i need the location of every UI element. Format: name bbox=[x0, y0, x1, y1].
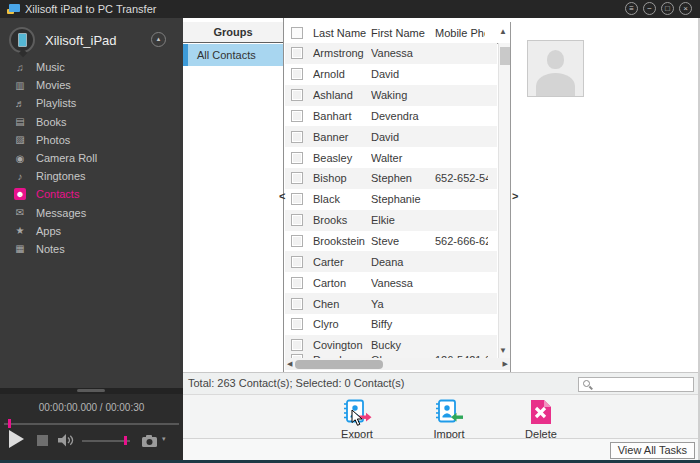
table-row[interactable]: ArnoldDavid bbox=[285, 64, 497, 85]
table-row[interactable]: BishopStephen652-652-546 bbox=[285, 168, 497, 189]
camera-dropdown-icon[interactable]: ▾ bbox=[162, 435, 166, 443]
table-row[interactable]: BanhartDevendra bbox=[285, 106, 497, 127]
row-checkbox[interactable] bbox=[291, 47, 303, 59]
sidebar-item-photos[interactable]: ▨Photos bbox=[0, 131, 183, 149]
row-checkbox[interactable] bbox=[291, 318, 303, 330]
bottom-bar: View All Tasks bbox=[183, 438, 700, 460]
sidebar: Xilisoft_iPad ▲ ♫Music▥Movies♬Playlists▤… bbox=[0, 18, 183, 460]
sidebar-item-playlists[interactable]: ♬Playlists bbox=[0, 94, 183, 112]
column-first-name[interactable]: First Name bbox=[371, 27, 435, 39]
scroll-up-icon[interactable]: ▲ bbox=[499, 27, 507, 37]
row-checkbox[interactable] bbox=[291, 89, 303, 101]
menu-icon[interactable]: ≡ bbox=[625, 2, 638, 15]
row-checkbox[interactable] bbox=[291, 152, 303, 164]
row-checkbox[interactable] bbox=[291, 277, 303, 289]
titlebar: Xilisoft iPad to PC Transfer ≡ − □ × bbox=[0, 0, 700, 18]
row-checkbox[interactable] bbox=[291, 256, 303, 268]
row-checkbox[interactable] bbox=[291, 214, 303, 226]
select-all-checkbox[interactable] bbox=[291, 27, 303, 39]
movies-icon: ▥ bbox=[13, 80, 27, 91]
row-checkbox[interactable] bbox=[291, 110, 303, 122]
group-selection-tab bbox=[183, 44, 188, 66]
sidebar-item-movies[interactable]: ▥Movies bbox=[0, 76, 183, 94]
row-checkbox[interactable] bbox=[291, 131, 303, 143]
search-input[interactable] bbox=[578, 377, 694, 392]
table-row[interactable]: CarterDeana bbox=[285, 251, 497, 272]
table-row[interactable]: ArmstrongVanessa bbox=[285, 43, 497, 64]
volume-icon[interactable] bbox=[58, 434, 75, 447]
row-checkbox[interactable] bbox=[291, 235, 303, 247]
contacts-icon: ☻ bbox=[14, 188, 26, 200]
delete-icon bbox=[528, 399, 554, 425]
close-icon[interactable]: × bbox=[679, 2, 692, 15]
music-icon: ♫ bbox=[13, 62, 27, 73]
scroll-right-icon[interactable]: ▶ bbox=[503, 360, 508, 368]
device-icon bbox=[9, 27, 35, 53]
table-row[interactable]: BeasleyWalter bbox=[285, 147, 497, 168]
sidebar-item-books[interactable]: ▤Books bbox=[0, 113, 183, 131]
maximize-icon[interactable]: □ bbox=[661, 2, 674, 15]
table-body: ArmstrongVanessaArnoldDavidAshlandWaking… bbox=[285, 43, 497, 356]
column-mobile-phone[interactable]: Mobile Phone bbox=[435, 27, 485, 39]
horizontal-scrollbar-thumb[interactable] bbox=[295, 360, 383, 369]
app-window: Xilisoft iPad to PC Transfer ≡ − □ × Xil… bbox=[0, 0, 700, 463]
row-checkbox[interactable] bbox=[291, 339, 303, 351]
table-row[interactable]: BannerDavid bbox=[285, 126, 497, 147]
table-row[interactable]: ChenYa bbox=[285, 293, 497, 314]
photos-icon: ▨ bbox=[13, 134, 27, 145]
row-checkbox[interactable] bbox=[291, 193, 303, 205]
sidebar-item-camera-roll[interactable]: ◉Camera Roll bbox=[0, 149, 183, 167]
table-row[interactable]: BrooksteinSteve562-666-623 bbox=[285, 231, 497, 252]
sidebar-item-apps[interactable]: ★Apps bbox=[0, 222, 183, 240]
sidebar-nav: ♫Music▥Movies♬Playlists▤Books▨Photos◉Cam… bbox=[0, 58, 183, 258]
column-last-name[interactable]: Last Name bbox=[313, 27, 371, 39]
app-icon bbox=[7, 4, 20, 14]
scroll-left-icon[interactable]: ◀ bbox=[287, 360, 292, 368]
sidebar-item-messages[interactable]: ✉Messages bbox=[0, 204, 183, 222]
row-checkbox[interactable] bbox=[291, 298, 303, 310]
sidebar-item-music[interactable]: ♫Music bbox=[0, 58, 183, 76]
divider-handle[interactable] bbox=[77, 389, 105, 392]
player-progress-bar[interactable] bbox=[4, 423, 179, 425]
minimize-icon[interactable]: − bbox=[643, 2, 656, 15]
sidebar-item-ringtones[interactable]: ♪Ringtones bbox=[0, 167, 183, 185]
row-checkbox[interactable] bbox=[291, 68, 303, 80]
ringtones-icon: ♪ bbox=[13, 171, 27, 182]
collapse-groups-icon[interactable]: < bbox=[279, 190, 285, 202]
status-bar: Total: 263 Contact(s); Selected: 0 Conta… bbox=[183, 372, 700, 394]
vertical-scrollbar[interactable] bbox=[498, 43, 510, 358]
scroll-down-icon[interactable]: ▼ bbox=[499, 346, 507, 356]
sidebar-item-notes[interactable]: ▦Notes bbox=[0, 240, 183, 258]
collapse-device-button[interactable]: ▲ bbox=[151, 32, 166, 47]
groups-header: Groups bbox=[183, 22, 283, 43]
table-row[interactable]: CartonVanessa bbox=[285, 272, 497, 293]
messages-icon: ✉ bbox=[13, 207, 27, 218]
stop-button[interactable] bbox=[37, 435, 48, 446]
window-title: Xilisoft iPad to PC Transfer bbox=[25, 3, 156, 15]
delete-button[interactable]: Delete bbox=[501, 399, 581, 440]
table-row[interactable]: AshlandWaking bbox=[285, 85, 497, 106]
row-checkbox[interactable] bbox=[291, 172, 303, 184]
volume-handle[interactable] bbox=[124, 436, 127, 445]
view-all-tasks-button[interactable]: View All Tasks bbox=[610, 442, 695, 459]
player-progress-handle[interactable] bbox=[8, 419, 11, 428]
volume-slider[interactable] bbox=[82, 440, 130, 442]
table-row[interactable]: BlackStephanie bbox=[285, 189, 497, 210]
import-icon bbox=[434, 399, 464, 425]
play-button[interactable] bbox=[9, 430, 24, 448]
import-button[interactable]: Import bbox=[409, 399, 489, 440]
table-row[interactable]: ClyroBiffy bbox=[285, 314, 497, 335]
device-name: Xilisoft_iPad bbox=[45, 33, 117, 48]
sidebar-item-contacts[interactable]: ☻Contacts bbox=[0, 185, 183, 203]
detail-panel-border bbox=[510, 22, 511, 372]
snapshot-camera-icon[interactable] bbox=[142, 435, 159, 447]
table-row[interactable]: BrooksElkie bbox=[285, 210, 497, 231]
status-summary: Total: 263 Contact(s); Selected: 0 Conta… bbox=[188, 373, 404, 394]
player-time: 00:00:00.000 / 00:00:30 bbox=[0, 402, 183, 413]
table-header: Last Name First Name Mobile Phone bbox=[285, 22, 497, 43]
vertical-scrollbar-thumb[interactable] bbox=[500, 47, 510, 65]
group-item-all-contacts[interactable]: All Contacts bbox=[183, 44, 283, 66]
expand-detail-icon[interactable]: > bbox=[512, 190, 518, 202]
apps-icon: ★ bbox=[13, 225, 27, 236]
horizontal-scrollbar[interactable]: ◀ ▶ bbox=[285, 358, 511, 370]
